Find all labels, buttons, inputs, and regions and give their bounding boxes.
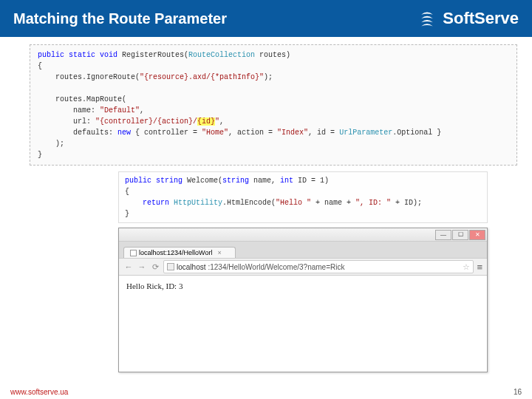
maximize-button[interactable]: ☐ xyxy=(452,230,468,240)
slide-title: Matching the Route Parameter xyxy=(13,10,227,27)
back-icon[interactable]: ← xyxy=(123,262,134,272)
tab-close-icon[interactable]: × xyxy=(217,249,221,256)
close-button[interactable]: ✕ xyxy=(469,230,485,240)
slide-content: public static void RegisterRoutes(RouteC… xyxy=(0,37,532,372)
code-block-register-routes: public static void RegisterRoutes(RouteC… xyxy=(30,44,517,166)
footer-url: www.softserve.ua xyxy=(10,388,68,396)
bookmark-icon[interactable]: ☆ xyxy=(463,262,470,272)
brand-logo-icon xyxy=(417,9,437,28)
menu-icon[interactable]: ≡ xyxy=(477,262,482,273)
url-host: localhost xyxy=(177,263,205,271)
code-block-welcome: public string Welcome(string name, int I… xyxy=(118,171,488,223)
tab-label: localhost:1234/HelloWorl xyxy=(139,249,212,256)
browser-window: — ☐ ✕ localhost:1234/HelloWorl × ← → ⟳ l… xyxy=(118,228,488,372)
reload-icon[interactable]: ⟳ xyxy=(150,262,160,272)
page-body: Hello Rick, ID: 3 xyxy=(119,276,487,372)
tab-bar: localhost:1234/HelloWorl × xyxy=(119,242,487,258)
window-titlebar: — ☐ ✕ xyxy=(119,228,487,242)
slide-header: Matching the Route Parameter SoftServe xyxy=(0,0,532,37)
url-path: :1234/HelloWorld/Welcome/3?name=Rick xyxy=(208,263,344,271)
page-output-text: Hello Rick, ID: 3 xyxy=(126,282,183,290)
brand-text: SoftServe xyxy=(443,9,519,28)
slide-footer: www.softserve.ua 16 xyxy=(0,384,532,399)
browser-tab[interactable]: localhost:1234/HelloWorl × xyxy=(123,247,236,258)
page-number: 16 xyxy=(514,388,522,396)
address-bar[interactable]: localhost:1234/HelloWorld/Welcome/3?name… xyxy=(163,260,474,273)
address-bar-row: ← → ⟳ localhost:1234/HelloWorld/Welcome/… xyxy=(119,258,487,276)
site-icon xyxy=(167,263,174,270)
page-icon xyxy=(130,250,137,256)
forward-icon[interactable]: → xyxy=(137,262,147,272)
minimize-button[interactable]: — xyxy=(435,230,451,240)
brand: SoftServe xyxy=(417,9,519,28)
